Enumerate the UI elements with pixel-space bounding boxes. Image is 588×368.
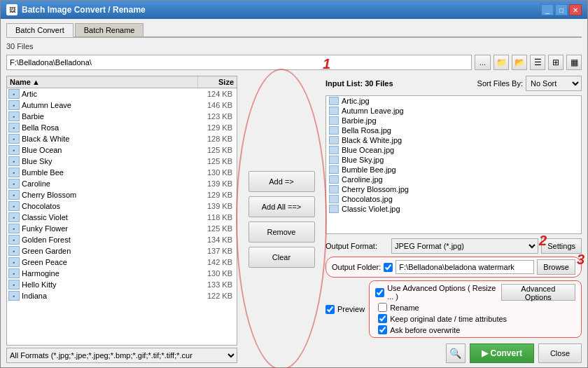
view-details-button[interactable]: ⊞ [548,55,564,70]
file-size: 125 KB [197,224,235,233]
file-icon: ▪ [8,111,20,121]
input-list-item[interactable]: Bumble Bee.jpg [326,165,581,175]
file-size: 125 KB [197,157,235,165]
sort-select[interactable]: No Sort [526,76,582,91]
file-icon: ▪ [8,123,20,132]
tab-batch-convert[interactable]: Batch Convert [6,23,74,37]
title-bar: 🖼 Batch Image Convert / Rename _ □ ✕ [1,1,587,19]
list-item[interactable]: ▪ Barbie 123 KB [7,111,237,122]
convert-button[interactable]: ▶ Convert [470,343,534,363]
close-window-button[interactable]: ✕ [569,4,582,15]
list-item[interactable]: ▪ Caroline 139 KB [7,178,237,189]
tab-batch-rename[interactable]: Batch Rename [75,23,144,36]
list-item[interactable]: ▪ Cherry Blossom 129 KB [7,189,237,200]
list-item[interactable]: ▪ Classic Violet 118 KB [7,212,237,223]
browse-output-button[interactable]: Browse [537,259,575,275]
list-item[interactable]: ▪ Bella Rosa 129 KB [7,122,237,133]
use-advanced-checkbox[interactable] [375,288,384,297]
file-name: Golden Forest [22,236,197,244]
file-name: Green Peace [22,258,197,266]
file-name: Funky Flower [22,224,197,233]
file-icon: ▪ [8,145,20,155]
input-file-name: Blue Ocean.jpg [342,146,394,154]
advanced-options-button[interactable]: Advanced Options [501,284,575,301]
remove-button[interactable]: Remove [248,222,315,243]
clear-button[interactable]: Clear [248,247,315,268]
list-item[interactable]: ▪ Green Garden 137 KB [7,245,237,257]
input-list-item[interactable]: Cherry Blossom.jpg [326,184,581,194]
output-format-select[interactable]: JPEG Format (*.jpg)PNG Format (*.png)BMP… [391,238,538,254]
format-filter-row: All Formats (*.jpg;*.jpe;*.jpeg;*.bmp;*.… [6,348,237,363]
preview-icon-button[interactable]: 🔍 [446,343,465,363]
input-list-item[interactable]: Bella Rosa.jpg [326,125,581,135]
file-size: 130 KB [197,269,235,278]
keep-date-label: Keep original date / time attributes [390,315,507,323]
input-file-icon [329,136,339,144]
output-folder-checkbox[interactable] [384,263,393,272]
input-list-item[interactable]: Blue Ocean.jpg [326,145,581,155]
file-list-container: Name ▲ Size ▪ Artic 124 KB ▪ Autumn Leav… [6,76,237,346]
list-item[interactable]: ▪ Funky Flower 125 KB [7,223,237,234]
input-file-icon [329,146,339,154]
list-item[interactable]: ▪ Bumble Bee 130 KB [7,167,237,178]
list-item[interactable]: ▪ Blue Sky 125 KB [7,156,237,167]
input-file-name: Bella Rosa.jpg [342,126,391,135]
add-folder-button[interactable]: 📁 [493,55,509,70]
input-list-item[interactable]: Blue Sky.jpg [326,155,581,165]
list-item[interactable]: ▪ Chocolatos 139 KB [7,200,237,212]
add-all-button[interactable]: Add All ==> [248,196,315,217]
overwrite-row: Ask before overwrite [375,325,575,334]
file-icon: ▪ [8,291,20,301]
list-item[interactable]: ▪ Harmogine 130 KB [7,268,237,279]
list-item[interactable]: ▪ Blue Ocean 125 KB [7,144,237,156]
maximize-button[interactable]: □ [555,4,568,15]
input-file-name: Artic.jpg [342,97,370,105]
file-size: 118 KB [197,213,235,222]
browse-path-button[interactable]: ... [475,55,491,70]
add-button[interactable]: Add => [248,171,315,192]
minimize-button[interactable]: _ [541,4,554,15]
keep-date-row: Keep original date / time attributes [375,314,575,323]
input-file-icon [329,126,339,135]
input-list-item[interactable]: Autumn Leave.jpg [326,106,581,116]
list-item[interactable]: ▪ Green Peace 142 KB [7,257,237,268]
list-item[interactable]: ▪ Artic 124 KB [7,88,237,100]
main-window: 🖼 Batch Image Convert / Rename _ □ ✕ Bat… [0,0,588,368]
preview-checkbox[interactable] [326,305,335,314]
input-file-icon [329,185,339,193]
input-list-item[interactable]: Black & White.jpg [326,135,581,145]
view-tiles-button[interactable]: ▦ [566,55,582,70]
input-file-name: Blue Sky.jpg [342,156,384,164]
file-icon: ▪ [8,179,20,189]
list-item[interactable]: ▪ Autumn Leave 146 KB [7,100,237,111]
keep-date-checkbox[interactable] [378,314,387,323]
file-size: 129 KB [197,123,235,132]
close-button[interactable]: Close [538,343,582,363]
output-folder-input[interactable] [396,260,534,274]
list-item[interactable]: ▪ Black & White 128 KB [7,133,237,144]
preview-icon: 🔍 [449,348,461,359]
list-item[interactable]: ▪ Golden Forest 134 KB [7,234,237,245]
list-item[interactable]: ▪ Hello Kitty 133 KB [7,279,237,290]
tab-bar: Batch Convert Batch Rename [6,23,582,38]
path-input[interactable] [6,55,472,70]
advanced-options-frame: Use Advanced Options ( Resize ... ) Adva… [369,280,582,338]
input-file-name: Classic Violet.jpg [342,205,400,213]
input-list-item[interactable]: Artic.jpg [326,96,581,106]
remove-folder-button[interactable]: 📂 [512,55,527,70]
file-name: Green Garden [22,247,197,255]
list-item[interactable]: ▪ Indiana 122 KB [7,290,237,301]
input-list-item[interactable]: Classic Violet.jpg [326,204,581,214]
list-header: Name ▲ Size [7,76,237,88]
input-list-item[interactable]: Barbie.jpg [326,116,581,125]
settings-button[interactable]: Settings [541,238,582,254]
input-list-item[interactable]: Chocolatos.jpg [326,194,581,204]
format-filter-select[interactable]: All Formats (*.jpg;*.jpe;*.jpeg;*.bmp;*.… [6,348,237,363]
overwrite-checkbox[interactable] [378,325,387,334]
rename-checkbox[interactable] [378,303,387,312]
view-list-button[interactable]: ☰ [530,55,545,70]
input-list-item[interactable]: Caroline.jpg [326,175,581,184]
file-size: 124 KB [197,90,235,98]
file-size: 146 KB [197,101,235,109]
file-icon: ▪ [8,246,20,256]
